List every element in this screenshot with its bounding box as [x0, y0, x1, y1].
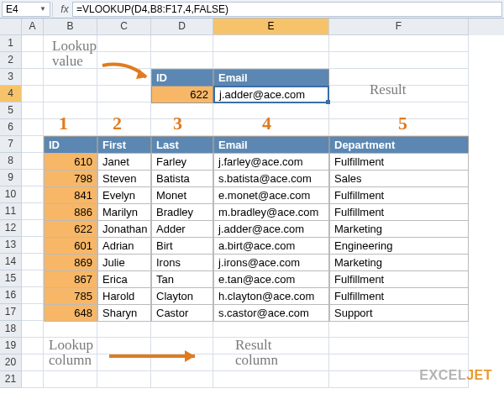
- cell[interactable]: [329, 338, 469, 354]
- cell-last[interactable]: Tan: [151, 270, 213, 288]
- cell[interactable]: [97, 52, 151, 69]
- row-header[interactable]: 12: [0, 220, 22, 237]
- row-header[interactable]: 19: [0, 338, 22, 354]
- cell[interactable]: [44, 102, 97, 119]
- cell[interactable]: [44, 86, 97, 102]
- row-header[interactable]: 2: [0, 52, 22, 69]
- cell[interactable]: [329, 69, 469, 86]
- cell[interactable]: [97, 102, 151, 119]
- cell-email[interactable]: m.bradley@ace.com: [213, 203, 329, 221]
- cell-dept[interactable]: Support: [329, 304, 469, 322]
- cell-dept[interactable]: Sales: [329, 170, 469, 187]
- cell[interactable]: [151, 371, 213, 388]
- cell-last[interactable]: Birt: [151, 237, 213, 255]
- row-header[interactable]: 14: [0, 254, 22, 270]
- cell-dept[interactable]: Fulfillment: [329, 287, 469, 305]
- cell-id[interactable]: 867: [44, 270, 97, 288]
- cell-last[interactable]: Castor: [151, 304, 213, 322]
- cell[interactable]: [22, 338, 44, 354]
- row-header[interactable]: 16: [0, 287, 22, 304]
- cell-first[interactable]: Janet: [97, 153, 151, 171]
- col-header-D[interactable]: D: [151, 18, 213, 35]
- row-header[interactable]: 20: [0, 354, 22, 371]
- row-header[interactable]: 9: [0, 170, 22, 186]
- cell[interactable]: [329, 86, 469, 102]
- cell-id[interactable]: 610: [44, 153, 97, 171]
- cell[interactable]: [97, 86, 151, 102]
- col-header-B[interactable]: B: [44, 18, 97, 35]
- cell[interactable]: [151, 52, 213, 69]
- cell[interactable]: [213, 354, 329, 371]
- cell-first[interactable]: Evelyn: [97, 186, 151, 204]
- cell[interactable]: [44, 321, 97, 338]
- col-header-C[interactable]: C: [97, 18, 151, 35]
- cell[interactable]: [97, 119, 151, 136]
- cell-id[interactable]: 886: [44, 203, 97, 221]
- row-header[interactable]: 21: [0, 371, 22, 388]
- cell-last[interactable]: Batista: [151, 170, 213, 187]
- cell-first[interactable]: Julie: [97, 254, 151, 271]
- cell-email[interactable]: j.farley@ace.com: [213, 153, 329, 171]
- cell-email[interactable]: a.birt@ace.com: [213, 237, 329, 255]
- row-header[interactable]: 13: [0, 237, 22, 254]
- cell[interactable]: [22, 186, 44, 203]
- cell-first[interactable]: Adrian: [97, 237, 151, 255]
- row-header[interactable]: 7: [0, 136, 22, 153]
- cell[interactable]: [97, 354, 151, 371]
- chevron-down-icon[interactable]: ▼: [39, 5, 46, 13]
- cell-last[interactable]: Farley: [151, 153, 213, 171]
- cell[interactable]: [22, 254, 44, 270]
- cell[interactable]: [22, 69, 44, 86]
- cell[interactable]: [97, 35, 151, 52]
- cell[interactable]: [213, 371, 329, 388]
- cell[interactable]: [97, 338, 151, 354]
- cell-id[interactable]: 622: [44, 220, 97, 238]
- cell[interactable]: [44, 69, 97, 86]
- col-header-F[interactable]: F: [329, 18, 469, 35]
- cell[interactable]: [151, 102, 213, 119]
- cell-first[interactable]: Erica: [97, 270, 151, 288]
- cell-dept[interactable]: Fulfillment: [329, 186, 469, 204]
- cell-id[interactable]: 841: [44, 186, 97, 204]
- cell[interactable]: [44, 354, 97, 371]
- cell-email[interactable]: s.castor@ace.com: [213, 304, 329, 322]
- cell-first[interactable]: Sharyn: [97, 304, 151, 322]
- cell[interactable]: [44, 371, 97, 388]
- col-header-E[interactable]: E: [213, 18, 329, 35]
- cell-first[interactable]: Harold: [97, 287, 151, 305]
- cell-id[interactable]: 869: [44, 254, 97, 271]
- cell-email[interactable]: j.adder@ace.com: [213, 220, 329, 238]
- cell-dept[interactable]: Fulfillment: [329, 270, 469, 288]
- cell-dept[interactable]: Engineering: [329, 237, 469, 255]
- cell-id[interactable]: 785: [44, 287, 97, 305]
- cell-email[interactable]: s.batista@ace.com: [213, 170, 329, 187]
- col-header-A[interactable]: A: [22, 18, 44, 35]
- cell[interactable]: [22, 136, 44, 153]
- cell[interactable]: [22, 287, 44, 304]
- cell[interactable]: [22, 35, 44, 52]
- row-header[interactable]: 17: [0, 304, 22, 321]
- cell[interactable]: [22, 119, 44, 136]
- cell[interactable]: [151, 119, 213, 136]
- fx-icon[interactable]: fx: [57, 3, 72, 15]
- cell-last[interactable]: Bradley: [151, 203, 213, 221]
- cell[interactable]: [329, 119, 469, 136]
- row-header[interactable]: 11: [0, 203, 22, 220]
- cell[interactable]: [22, 354, 44, 371]
- cell[interactable]: [22, 102, 44, 119]
- cell-last[interactable]: Clayton: [151, 287, 213, 305]
- row-header[interactable]: 5: [0, 102, 22, 119]
- cell[interactable]: [151, 35, 213, 52]
- cell-first[interactable]: Jonathan: [97, 220, 151, 238]
- row-header[interactable]: 1: [0, 35, 22, 52]
- cell[interactable]: [44, 338, 97, 354]
- cell[interactable]: [213, 321, 329, 338]
- cell[interactable]: [22, 220, 44, 237]
- cell[interactable]: [151, 354, 213, 371]
- cell[interactable]: [44, 52, 97, 69]
- cell-email[interactable]: e.tan@ace.com: [213, 270, 329, 288]
- cell[interactable]: [97, 321, 151, 338]
- cell-id[interactable]: 601: [44, 237, 97, 255]
- cell-first[interactable]: Steven: [97, 170, 151, 187]
- cell[interactable]: [213, 102, 329, 119]
